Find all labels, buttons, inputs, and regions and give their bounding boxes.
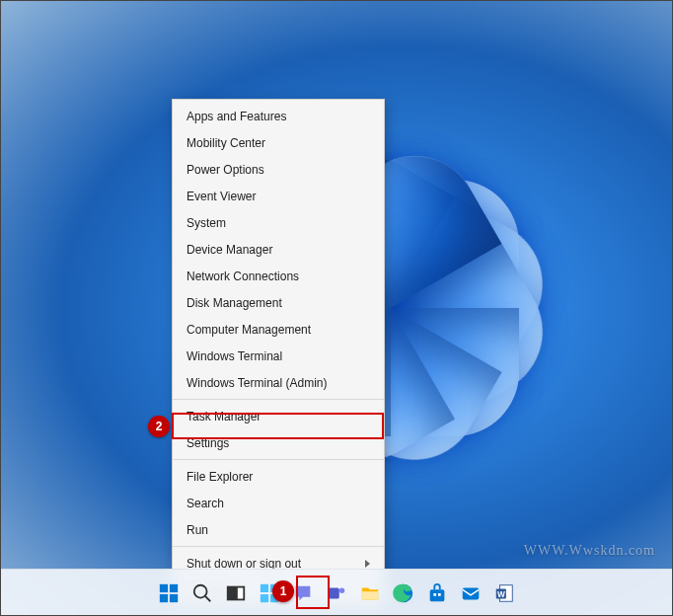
svg-point-4	[194, 584, 207, 597]
start-button[interactable]	[155, 579, 183, 607]
file-explorer-icon[interactable]	[356, 579, 384, 607]
svg-rect-19	[463, 587, 480, 599]
chevron-right-icon	[365, 560, 370, 568]
menu-item-settings[interactable]: Settings	[173, 429, 384, 456]
svg-rect-8	[261, 583, 268, 591]
menu-item-computer-management[interactable]: Computer Management	[173, 316, 384, 343]
menu-item-network-connections[interactable]: Network Connections	[173, 263, 384, 289]
menu-item-power-options[interactable]: Power Options	[173, 156, 384, 183]
svg-rect-10	[261, 593, 268, 601]
svg-rect-3	[170, 593, 178, 601]
menu-item-apps-features[interactable]: Apps and Features	[173, 103, 384, 129]
callout-2: 2	[148, 416, 170, 437]
menu-item-run[interactable]: Run	[173, 516, 384, 543]
menu-item-task-manager[interactable]: Task Manager	[173, 403, 384, 429]
svg-rect-14	[362, 591, 379, 599]
svg-text:W: W	[497, 589, 505, 598]
svg-rect-16	[430, 589, 445, 601]
menu-item-search[interactable]: Search	[173, 490, 384, 516]
menu-item-windows-terminal-admin[interactable]: Windows Terminal (Admin)	[173, 369, 384, 396]
mail-icon[interactable]	[457, 579, 485, 607]
menu-item-event-viewer[interactable]: Event Viewer	[173, 183, 384, 209]
start-context-menu: Apps and Features Mobility Center Power …	[172, 99, 385, 607]
search-icon[interactable]	[188, 579, 216, 607]
edge-icon[interactable]	[390, 579, 417, 607]
menu-item-system[interactable]: System	[173, 209, 384, 236]
taskbar: W	[0, 569, 673, 616]
menu-item-device-manager[interactable]: Device Manager	[173, 236, 384, 263]
teams-icon[interactable]	[323, 579, 350, 607]
menu-item-disk-management[interactable]: Disk Management	[173, 289, 384, 316]
task-view-icon[interactable]	[222, 579, 250, 607]
svg-rect-1	[170, 583, 178, 591]
store-icon[interactable]	[423, 579, 451, 607]
svg-rect-0	[160, 583, 168, 591]
menu-separator	[173, 459, 384, 460]
svg-rect-18	[438, 593, 441, 596]
svg-rect-17	[433, 593, 436, 596]
word-icon[interactable]: W	[490, 579, 518, 607]
menu-item-windows-terminal[interactable]: Windows Terminal	[173, 343, 384, 369]
watermark-text: WWW.Wwskdn.com	[524, 543, 655, 559]
callout-1: 1	[272, 580, 294, 602]
menu-item-file-explorer[interactable]: File Explorer	[173, 463, 384, 490]
svg-line-5	[205, 595, 211, 601]
menu-item-mobility-center[interactable]: Mobility Center	[173, 129, 384, 156]
menu-separator	[173, 399, 384, 400]
svg-point-13	[339, 587, 345, 593]
svg-rect-2	[160, 593, 168, 601]
svg-rect-7	[237, 586, 244, 599]
menu-separator	[173, 546, 384, 547]
desktop-background: Apps and Features Mobility Center Power …	[0, 0, 673, 616]
svg-rect-6	[228, 586, 235, 599]
svg-rect-12	[329, 587, 339, 598]
